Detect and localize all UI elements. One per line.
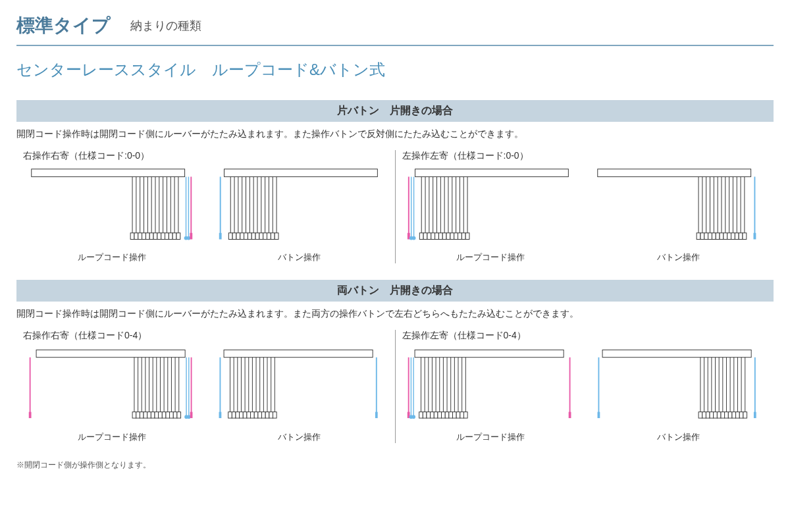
section-desc-1: 開閉コード操作時は開閉コード側にルーバーがたたみ込まれます。また操作バトンで反対… <box>16 128 774 140</box>
diagram-baton-right-stack-dual: バトン操作 <box>589 347 767 443</box>
diagram-baton-left-stack: バトン操作 <box>211 167 388 263</box>
style-title: センターレーススタイル ループコード&バトン式 <box>16 59 774 80</box>
diagram-baton-right-stack: バトン操作 <box>589 167 767 263</box>
spec-label: 右操作右寄（仕様コード:0-0） <box>23 150 388 162</box>
op-label-loop: ループコード操作 <box>402 431 580 443</box>
header-subtitle: 納まりの種類 <box>130 18 201 34</box>
diagram-loop-right-stack: ループコード操作 <box>23 167 201 263</box>
footnote: ※開閉コード側が操作側となります。 <box>16 460 774 471</box>
half-right-2: 左操作左寄（仕様コード0-4） ループコード操作 バトン操作 <box>396 330 774 443</box>
diagram-row-2: 右操作右寄（仕様コード0-4） ループコード操作 バトン操作 左操作左寄（仕様コ… <box>16 330 774 443</box>
op-label-baton: バトン操作 <box>589 431 767 443</box>
spec-label: 左操作左寄（仕様コード0-4） <box>402 330 768 342</box>
section-bar-2: 両バトン 片開きの場合 <box>16 280 774 302</box>
diagram-baton-left-stack-dual: バトン操作 <box>211 347 388 443</box>
page-header: 標準タイプ 納まりの種類 <box>16 13 774 46</box>
half-right-1: 左操作左寄（仕様コード:0-0） ループコード操作 バトン操作 <box>396 150 774 263</box>
diagram-loop-left-stack-dual: ループコード操作 <box>402 347 580 443</box>
spec-label: 左操作左寄（仕様コード:0-0） <box>402 150 768 162</box>
op-label-baton: バトン操作 <box>211 252 388 263</box>
section-bar-1: 片バトン 片開きの場合 <box>16 100 774 122</box>
op-label-loop: ループコード操作 <box>23 252 201 263</box>
half-left-2: 右操作右寄（仕様コード0-4） ループコード操作 バトン操作 <box>16 330 396 443</box>
half-left-1: 右操作右寄（仕様コード:0-0） ループコード操作 バトン操作 <box>16 150 396 263</box>
diagram-row-1: 右操作右寄（仕様コード:0-0） ループコード操作 バトン操作 左操作左寄（仕様… <box>16 150 774 263</box>
diagram-loop-right-stack-dual: ループコード操作 <box>23 347 201 443</box>
op-label-loop: ループコード操作 <box>23 431 201 443</box>
op-label-baton: バトン操作 <box>211 431 388 443</box>
header-main-title: 標準タイプ <box>16 13 111 38</box>
op-label-baton: バトン操作 <box>589 252 767 263</box>
op-label-loop: ループコード操作 <box>402 252 580 263</box>
spec-label: 右操作右寄（仕様コード0-4） <box>23 330 388 342</box>
section-desc-2: 開閉コード操作時は開閉コード側にルーバーがたたみ込まれます。また両方の操作バトン… <box>16 308 774 320</box>
diagram-loop-left-stack: ループコード操作 <box>402 167 580 263</box>
